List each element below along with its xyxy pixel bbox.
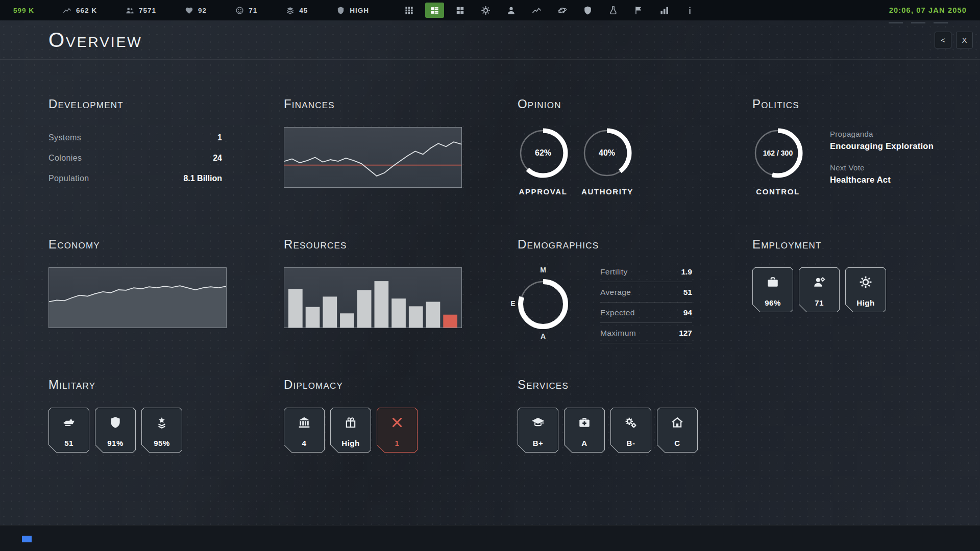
section-title: Development bbox=[48, 97, 222, 111]
toolbar-button-population[interactable] bbox=[502, 3, 521, 18]
tile-healthcare[interactable]: A bbox=[564, 408, 605, 453]
tile-value: 91% bbox=[107, 439, 124, 447]
economy-chart bbox=[48, 267, 227, 328]
resources-chart bbox=[284, 267, 462, 328]
tile-fleet[interactable]: 51 bbox=[48, 408, 89, 453]
stat-value: 24 bbox=[213, 154, 222, 163]
next-vote-label: Next Vote bbox=[830, 163, 934, 172]
topbar-stat-happiness[interactable]: 71 bbox=[235, 6, 257, 15]
next-vote-value: Healthcare Act bbox=[830, 175, 934, 185]
grid4-icon bbox=[455, 6, 465, 15]
tile-housing[interactable]: C bbox=[657, 408, 698, 453]
control-value: 162 / 300 bbox=[752, 128, 803, 179]
layers-icon bbox=[286, 6, 295, 15]
tile-value: 71 bbox=[815, 298, 824, 307]
development-stats: Systems1 Colonies24 Population8.1 Billio… bbox=[48, 128, 222, 189]
grid9-icon bbox=[404, 6, 414, 15]
briefcase-icon bbox=[766, 276, 779, 289]
topbar-stat-threat[interactable]: HIGH bbox=[336, 6, 369, 15]
tile-value: 96% bbox=[765, 298, 781, 307]
toolbar-button-research[interactable] bbox=[604, 3, 623, 18]
tile-productivity[interactable]: High bbox=[845, 267, 886, 312]
stat-row-colonies: Colonies24 bbox=[48, 148, 222, 168]
tile-relations[interactable]: 4 bbox=[284, 408, 325, 453]
people-icon bbox=[126, 6, 134, 15]
tile-defense[interactable]: 91% bbox=[95, 408, 136, 453]
toolbar-button-statistics[interactable] bbox=[655, 3, 674, 18]
next-vote-group: Next Vote Healthcare Act bbox=[830, 163, 934, 185]
section-title: Military bbox=[48, 378, 232, 392]
footer-bar bbox=[0, 525, 980, 551]
rank-icon bbox=[155, 416, 168, 429]
toolbar-button-overview[interactable] bbox=[425, 3, 444, 18]
approval-label: Approval bbox=[518, 187, 569, 196]
tile-value: C bbox=[674, 439, 680, 447]
stat-label: Systems bbox=[48, 133, 81, 142]
tile-wars-alert[interactable]: 1 bbox=[377, 408, 418, 453]
window-buttons: < X bbox=[935, 32, 973, 48]
section-resources: Resources bbox=[284, 237, 463, 328]
gear-icon bbox=[481, 6, 491, 15]
chart-line-icon bbox=[532, 6, 542, 15]
section-demographics: Demographics M E A Fertility1.9 Average5… bbox=[518, 237, 701, 365]
notification-chip[interactable] bbox=[22, 536, 32, 542]
toolbar-button-districts[interactable] bbox=[451, 3, 470, 18]
close-button[interactable]: X bbox=[956, 32, 973, 48]
finances-chart bbox=[284, 127, 462, 188]
stat-row-systems: Systems1 bbox=[48, 128, 222, 148]
topbar-stat-credits[interactable]: 599 K bbox=[13, 7, 34, 14]
tile-standing[interactable]: High bbox=[330, 408, 371, 453]
topbar-stat-population[interactable]: 7571 bbox=[126, 6, 156, 15]
stat-value: 1.9 bbox=[681, 267, 692, 277]
stat-row-average: Average51 bbox=[600, 282, 692, 303]
toolbar-button-factions[interactable] bbox=[629, 3, 648, 18]
marker-average: A bbox=[540, 332, 547, 340]
stat-value: 8.1 Billion bbox=[183, 174, 222, 183]
bars-icon bbox=[659, 6, 669, 15]
propaganda-label: Propaganda bbox=[830, 130, 934, 138]
section-opinion: Opinion 62% Approval 40% Authority bbox=[518, 97, 701, 196]
war-icon bbox=[390, 416, 404, 429]
tile-workers[interactable]: 71 bbox=[799, 267, 840, 312]
section-title: Services bbox=[518, 378, 732, 392]
tile-industry[interactable]: B- bbox=[610, 408, 651, 453]
toolbar-button-defense[interactable] bbox=[578, 3, 597, 18]
authority-label: Authority bbox=[581, 187, 632, 196]
topbar-stat-income[interactable]: 662 K bbox=[63, 6, 97, 15]
happiness-value: 71 bbox=[249, 7, 257, 14]
section-employment: Employment 96% 71 High bbox=[752, 237, 936, 312]
person-icon bbox=[506, 6, 516, 15]
section-title: Resources bbox=[284, 237, 463, 252]
demographics-stats: Fertility1.9 Average51 Expected94 Maximu… bbox=[600, 262, 692, 343]
toolbar-button-apps[interactable] bbox=[400, 3, 419, 18]
flask-icon bbox=[608, 6, 618, 15]
smiley-icon bbox=[235, 6, 244, 15]
shield-icon bbox=[583, 6, 593, 15]
topbar-stat-health[interactable]: 92 bbox=[185, 6, 207, 15]
medkit-icon bbox=[578, 416, 591, 429]
marker-maximum: M bbox=[540, 266, 547, 274]
toolbar-button-info[interactable] bbox=[680, 3, 699, 18]
back-button[interactable]: < bbox=[935, 32, 951, 48]
stat-value: 1 bbox=[217, 133, 222, 142]
authority-value: 40% bbox=[581, 128, 632, 179]
tile-value: High bbox=[341, 439, 359, 447]
tile-jobs[interactable]: 96% bbox=[752, 267, 793, 312]
section-title: Employment bbox=[752, 237, 936, 252]
section-diplomacy: Diplomacy 4 High 1 bbox=[284, 378, 468, 453]
ship-icon bbox=[62, 416, 76, 429]
toolbar bbox=[400, 3, 699, 18]
gear-icon bbox=[859, 276, 872, 289]
stat-value: 127 bbox=[679, 329, 692, 338]
page-title: Overview bbox=[48, 29, 142, 52]
tile-education[interactable]: B+ bbox=[518, 408, 558, 453]
gears-icon bbox=[624, 416, 638, 429]
stat-label: Colonies bbox=[48, 154, 82, 163]
tile-morale[interactable]: 95% bbox=[141, 408, 182, 453]
tile-value: 51 bbox=[64, 439, 74, 447]
graduation-cap-icon bbox=[531, 416, 545, 429]
topbar-stat-stockpile[interactable]: 45 bbox=[286, 6, 308, 15]
toolbar-button-settings[interactable] bbox=[476, 3, 495, 18]
toolbar-button-economy[interactable] bbox=[527, 3, 546, 18]
toolbar-button-planet[interactable] bbox=[553, 3, 572, 18]
